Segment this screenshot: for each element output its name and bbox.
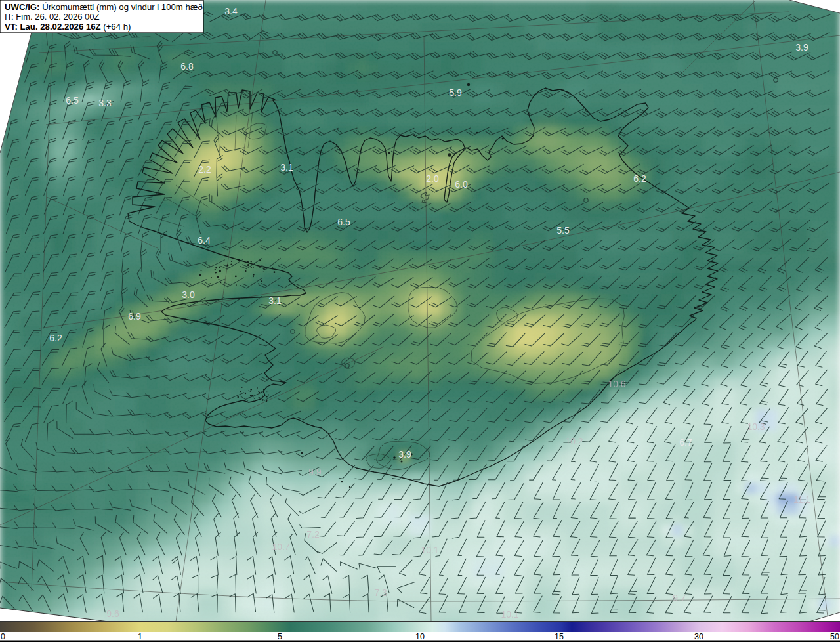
svg-text:6.5: 6.5 [66, 95, 79, 106]
svg-text:10.2: 10.2 [565, 436, 583, 446]
svg-text:11.1: 11.1 [793, 494, 810, 505]
svg-text:9.6: 9.6 [106, 609, 119, 619]
svg-text:3.1: 3.1 [280, 162, 293, 173]
svg-text:3.9: 3.9 [398, 449, 411, 460]
svg-text:6.2: 6.2 [49, 333, 62, 343]
svg-text:3.0: 3.0 [182, 289, 195, 300]
svg-text:6.2: 6.2 [633, 173, 646, 184]
svg-text:10.1: 10.1 [501, 609, 518, 620]
svg-text:3.4: 3.4 [224, 6, 238, 16]
svg-text:6.4: 6.4 [198, 235, 211, 246]
svg-text:2.0: 2.0 [426, 173, 439, 184]
svg-text:5: 5 [278, 632, 282, 641]
svg-text:6.0: 6.0 [455, 179, 468, 190]
svg-text:15: 15 [555, 632, 564, 641]
svg-text:3.9: 3.9 [795, 42, 808, 53]
svg-text:7.3: 7.3 [374, 588, 387, 598]
svg-text:VT: Lau. 28.02.2026 16Z (+64 h: VT: Lau. 28.02.2026 16Z (+64 h) [5, 22, 131, 32]
svg-text:30: 30 [694, 632, 704, 641]
svg-text:10.1: 10.1 [421, 545, 438, 555]
svg-text:0: 0 [1, 632, 5, 641]
svg-text:3.1: 3.1 [268, 295, 282, 306]
svg-text:1: 1 [138, 632, 142, 641]
svg-text:3.3: 3.3 [98, 98, 112, 108]
svg-text:6.7: 6.7 [679, 437, 692, 448]
svg-text:7.2: 7.2 [306, 529, 320, 540]
svg-text:IT: Fim. 26. 02. 2026 00Z: IT: Fim. 26. 02. 2026 00Z [5, 12, 100, 22]
svg-text:2.2: 2.2 [198, 164, 211, 175]
svg-text:10.3: 10.3 [747, 421, 765, 432]
svg-text:6.8: 6.8 [180, 61, 194, 72]
svg-text:10.7: 10.7 [272, 542, 289, 552]
svg-text:6.5: 6.5 [337, 217, 350, 227]
svg-text:9.9: 9.9 [308, 467, 322, 477]
svg-text:UWC/IG: Úrkomumætti (mm) og vi: UWC/IG: Úrkomumætti (mm) og vindur i 100… [5, 2, 203, 12]
svg-text:9.7: 9.7 [673, 593, 686, 603]
svg-text:5.5: 5.5 [556, 225, 570, 236]
svg-text:5.9: 5.9 [449, 87, 462, 98]
svg-text:10.6: 10.6 [608, 379, 625, 389]
svg-text:10: 10 [415, 632, 425, 641]
svg-text:6.9: 6.9 [128, 311, 141, 322]
svg-text:50: 50 [830, 632, 839, 641]
